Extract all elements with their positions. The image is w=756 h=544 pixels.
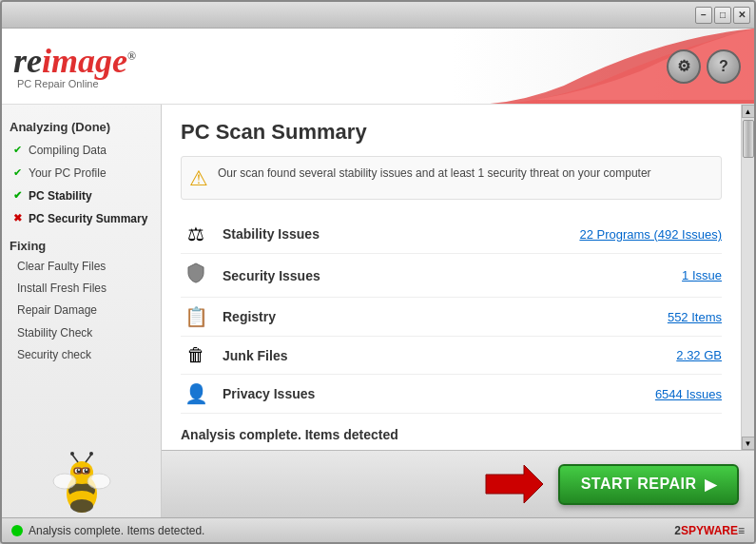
sidebar: Analyzing (Done) Compiling Data Your PC …: [2, 105, 162, 517]
sidebar-fix-install-fresh[interactable]: Install Fresh Files: [10, 279, 153, 299]
help-icon: ?: [719, 58, 728, 75]
svg-line-16: [86, 455, 91, 462]
scroll-thumb[interactable]: [743, 120, 754, 158]
app-window: − □ ✕ reimage® PC Repair Online ⚙ ?: [0, 0, 756, 544]
logo-re: re: [13, 42, 42, 80]
sidebar-item-profile: Your PC Profile: [10, 163, 153, 184]
sidebar-fix-security[interactable]: Security check: [10, 345, 153, 365]
logo: reimage® PC Repair Online: [13, 44, 136, 89]
sidebar-item-profile-label: Your PC Profile: [29, 166, 107, 180]
warning-box: ⚠ Our scan found several stability issue…: [181, 156, 722, 200]
svg-point-10: [86, 469, 87, 471]
sidebar-item-stability: PC Stability: [10, 185, 153, 206]
repair-area: START REPAIR ▶: [162, 450, 754, 517]
sidebar-fix-repair-damage[interactable]: Repair Damage: [10, 301, 153, 321]
junk-icon: 🗑: [181, 344, 211, 366]
settings-icon: ⚙: [677, 57, 690, 75]
start-repair-label: START REPAIR: [581, 476, 697, 493]
status-bar: Analysis complete. Items detected. 2SPYW…: [2, 517, 754, 542]
restore-button[interactable]: □: [714, 7, 731, 24]
sidebar-item-compiling-label: Compiling Data: [29, 144, 107, 157]
logo-subtitle: PC Repair Online: [17, 78, 136, 89]
privacy-label: Privacy Issues: [223, 386, 644, 401]
help-button[interactable]: ?: [707, 49, 741, 84]
settings-button[interactable]: ⚙: [667, 49, 701, 84]
scrollbar[interactable]: ▲ ▼: [741, 105, 754, 450]
warning-icon: ⚠: [189, 166, 208, 191]
sidebar-item-stability-label: PC Stability: [29, 189, 92, 203]
sidebar-fix-clear-faulty[interactable]: Clear Faulty Files: [10, 257, 153, 277]
registry-row: 📋 Registry 552 Items: [181, 298, 722, 337]
junk-label: Junk Files: [223, 348, 665, 363]
warning-text: Our scan found several stability issues …: [218, 165, 651, 182]
privacy-row: 👤 Privacy Issues 6544 Issues: [181, 375, 722, 414]
logo-text: reimage®: [13, 44, 136, 78]
header-icons: ⚙ ?: [667, 49, 741, 84]
security-issues-label: Security Issues: [223, 268, 670, 283]
close-button[interactable]: ✕: [733, 7, 750, 24]
scroll-down-button[interactable]: ▼: [742, 437, 755, 450]
arrow-decoration: [476, 460, 543, 508]
stability-label: Stability Issues: [223, 226, 568, 242]
brand-spyware: SPYWARE: [681, 524, 738, 537]
title-bar: − □ ✕: [2, 2, 754, 29]
sidebar-item-compiling: Compiling Data: [10, 140, 153, 161]
svg-point-17: [89, 452, 93, 456]
brand-2: 2: [674, 524, 681, 537]
scroll-up-button[interactable]: ▲: [742, 105, 755, 118]
svg-point-3: [70, 499, 93, 513]
stability-issues-row: ⚖ Stability Issues 22 Programs (492 Issu…: [181, 215, 722, 254]
sidebar-item-security-summary-label: PC Security Summary: [29, 212, 147, 225]
analysis-complete-text: Analysis complete. Items detected: [181, 427, 722, 442]
security-issues-value[interactable]: 1 Issue: [682, 268, 722, 282]
page-title: PC Scan Summary: [181, 120, 722, 145]
junk-files-row: 🗑 Junk Files 2.32 GB: [181, 337, 722, 375]
status-text: Analysis complete. Items detected.: [29, 524, 204, 537]
sidebar-item-security-summary: PC Security Summary: [10, 208, 153, 229]
registry-value[interactable]: 552 Items: [668, 310, 722, 324]
status-left: Analysis complete. Items detected.: [11, 524, 204, 537]
svg-marker-20: [486, 465, 543, 503]
brand-label: 2SPYWARE≡: [674, 524, 745, 537]
registry-icon: 📋: [181, 305, 211, 328]
svg-point-18: [53, 474, 76, 489]
app-header: reimage® PC Repair Online ⚙ ?: [2, 29, 754, 105]
start-repair-arrow-icon: ▶: [705, 476, 717, 494]
svg-point-19: [87, 474, 110, 489]
stability-value[interactable]: 22 Programs (492 Issues): [579, 227, 722, 242]
svg-line-14: [72, 455, 78, 462]
analyzing-title: Analyzing (Done): [10, 120, 153, 134]
security-icon: [181, 262, 211, 289]
main-area: Analyzing (Done) Compiling Data Your PC …: [2, 105, 754, 517]
privacy-icon: 👤: [181, 382, 211, 405]
stability-icon: ⚖: [181, 223, 211, 245]
logo-image: image: [42, 42, 127, 80]
registry-label: Registry: [223, 309, 656, 324]
logo-reg: ®: [127, 49, 136, 63]
brand-symbol: ≡: [738, 524, 745, 537]
bee-illustration: [2, 432, 162, 517]
sidebar-fix-stability[interactable]: Stability Check: [10, 323, 153, 343]
content-area: PC Scan Summary ⚠ Our scan found several…: [162, 105, 741, 450]
fixing-title: Fixing: [10, 239, 153, 253]
junk-value[interactable]: 2.32 GB: [676, 348, 722, 362]
privacy-value[interactable]: 6544 Issues: [655, 387, 722, 401]
minimize-button[interactable]: −: [695, 7, 712, 24]
svg-point-15: [70, 452, 74, 456]
svg-point-9: [78, 469, 80, 471]
status-indicator: [11, 525, 23, 536]
security-issues-row: Security Issues 1 Issue: [181, 254, 722, 298]
start-repair-button[interactable]: START REPAIR ▶: [558, 464, 739, 505]
